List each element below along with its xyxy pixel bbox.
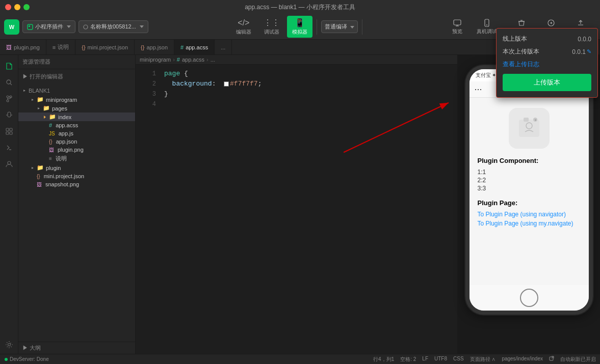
- phone-bottom-bar: [469, 285, 589, 311]
- code-line-3: 3 }: [136, 89, 457, 99]
- tab-app-json[interactable]: {} app.json: [135, 40, 174, 54]
- page-route-label[interactable]: 页面路径 ∧: [470, 356, 496, 363]
- plugin-page-label: Plugin Page:: [478, 199, 581, 207]
- breadcrumb: miniprogram › # app.acss › ...: [136, 55, 457, 65]
- tree-index[interactable]: 📁 index: [18, 113, 135, 121]
- tree-mini-project-json[interactable]: {} mini.project.json: [18, 172, 135, 180]
- tree-pages[interactable]: 📁 pages: [18, 104, 135, 113]
- outline-section[interactable]: ▶ 大纲: [18, 342, 135, 354]
- editor-btn[interactable]: </> 编辑器: [231, 16, 256, 38]
- iconbar-files[interactable]: [2, 59, 16, 73]
- svg-rect-5: [454, 20, 461, 25]
- open-editors-section: ▶ 打开的编辑器: [18, 69, 135, 84]
- svg-point-4: [84, 25, 88, 29]
- project-name[interactable]: BLANK1: [18, 86, 135, 95]
- svg-point-17: [7, 96, 9, 98]
- svg-rect-25: [10, 132, 12, 134]
- acss-file-icon: #: [49, 122, 52, 128]
- phone-content[interactable]: ✦ Plugin Component: 1:1 2:2 3:3 Plugin P…: [469, 98, 589, 285]
- maximize-button[interactable]: [23, 4, 30, 10]
- svg-point-27: [8, 344, 10, 346]
- index-folder-icon: 📁: [49, 114, 56, 120]
- simulator-icon: 📱: [295, 18, 305, 27]
- preview-btn[interactable]: 预览: [447, 17, 467, 37]
- realdevice-icon: [483, 19, 491, 27]
- sidebar: 资源管理器 ▶ 打开的编辑器 BLANK1 📁 miniprogram 📁 pa…: [18, 55, 136, 354]
- compile-caret: [350, 26, 354, 29]
- tab-plugin-png[interactable]: 🖼 plugin.png: [0, 40, 46, 54]
- iconbar-debug[interactable]: [2, 108, 16, 122]
- iconbar-settings[interactable]: [2, 340, 16, 354]
- upload-icon: [577, 19, 585, 27]
- cursor-position: 行4，列1: [373, 356, 394, 363]
- project-section: BLANK1 📁 miniprogram 📁 pages 📁 index # a…: [18, 84, 135, 190]
- popup-upload-button[interactable]: 上传版本: [503, 74, 591, 91]
- json-file-icon: {}: [49, 139, 53, 145]
- tree-miniprogram[interactable]: 📁 miniprogram: [18, 95, 135, 104]
- phone-mockup: 支付宝 ✦ ··· My App ✕ ✦: [465, 65, 593, 315]
- minimize-button[interactable]: [14, 4, 20, 10]
- tab-more[interactable]: ...: [215, 40, 232, 54]
- phone-home-button[interactable]: [520, 289, 538, 307]
- devserver-status: DevServer: Done: [4, 356, 49, 362]
- iconbar-user[interactable]: [2, 157, 16, 171]
- tree-plugin[interactable]: 📁 plugin: [18, 163, 135, 172]
- plugin-nav-link[interactable]: To Plugin Page (using navigator): [478, 211, 581, 218]
- editor-icon: </>: [238, 18, 249, 27]
- iconbar-compile[interactable]: [2, 141, 16, 155]
- code-line-1: 1 page {: [136, 69, 457, 79]
- sidebar-header: 资源管理器: [18, 55, 135, 69]
- debugger-btn[interactable]: ⋮⋮ 调试器: [258, 16, 285, 38]
- iconbar-git[interactable]: [2, 92, 16, 106]
- encoding: UTF8: [434, 356, 447, 363]
- toolbar-center: </> 编辑器 ⋮⋮ 调试器 📱 模拟器 普通编译: [149, 16, 446, 38]
- svg-point-19: [7, 100, 9, 102]
- plugin-mynavigate-link[interactable]: To Plugin Page (using my.navigate): [478, 220, 581, 227]
- svg-rect-24: [6, 132, 9, 134]
- plugin-selector[interactable]: 小程序插件: [22, 20, 75, 33]
- view-log-link[interactable]: 查看上传日志: [503, 60, 591, 69]
- tab-readme[interactable]: ≡ 说明: [46, 40, 75, 54]
- auto-refresh: 自动刷新已开启: [560, 356, 596, 363]
- tab-app-acss[interactable]: # app.acss: [174, 40, 215, 54]
- compile-select[interactable]: 普通编译: [321, 20, 358, 33]
- svg-rect-22: [6, 128, 9, 131]
- devserver-icon: [4, 357, 8, 361]
- nav-back-icon[interactable]: ···: [475, 84, 482, 95]
- window-title: app.acss — blank1 — 小程序开发者工具: [245, 3, 355, 12]
- plugin-caret: [31, 166, 35, 170]
- color-swatch: [224, 81, 229, 87]
- tree-plugin-png[interactable]: 🖼 plugin.png: [18, 146, 135, 154]
- editor-content[interactable]: 1 page { 2 background: #f7f7f7; 3 } 4: [136, 65, 457, 354]
- tab-mini-project-json[interactable]: {} mini.project.json: [75, 40, 135, 54]
- tree-readme[interactable]: ≡ 说明: [18, 154, 135, 163]
- svg-rect-28: [519, 120, 539, 137]
- tree-app-acss[interactable]: # app.acss: [18, 121, 135, 129]
- uploaded-version-row: 本次上传版本 0.0.1 ✎: [503, 47, 591, 56]
- simulator-btn[interactable]: 📱 模拟器: [287, 16, 312, 38]
- traffic-lights: [5, 4, 30, 10]
- code-line-2: 2 background: #f7f7f7;: [136, 79, 457, 89]
- language: CSS: [453, 356, 464, 363]
- list-item-2: 2:2: [478, 177, 581, 184]
- svg-line-16: [10, 83, 12, 85]
- close-button[interactable]: [5, 4, 11, 10]
- svg-text:✦: ✦: [550, 21, 553, 25]
- plugin-component-label: Plugin Component:: [478, 157, 581, 164]
- svg-point-9: [486, 24, 487, 25]
- svg-point-35: [5, 358, 8, 361]
- tree-app-js[interactable]: JS app.js: [18, 129, 135, 137]
- version-popup: 线上版本 0.0.0 本次上传版本 0.0.1 ✎ 查看上传日志 上传版本: [496, 28, 598, 98]
- project-selector[interactable]: 名称释放005812...: [79, 20, 148, 33]
- editor-area: miniprogram › # app.acss › ... 1 page { …: [136, 55, 457, 354]
- statusbar: DevServer: Done 行4，列1 空格: 2 LF UTF8 CSS …: [0, 354, 600, 364]
- iconbar-search[interactable]: [2, 75, 16, 90]
- tree-app-json[interactable]: {} app.json: [18, 137, 135, 146]
- open-editors-toggle[interactable]: ▶ 打开的编辑器: [18, 71, 135, 82]
- iconbar-extensions[interactable]: [2, 124, 16, 138]
- svg-text:✦: ✦: [534, 119, 536, 122]
- md-file-icon: ≡: [49, 156, 52, 161]
- uploaded-version-value[interactable]: 0.0.1 ✎: [572, 48, 591, 55]
- statusbar-right: 行4，列1 空格: 2 LF UTF8 CSS 页面路径 ∧ pages/ind…: [373, 356, 596, 363]
- tree-snapshot-png[interactable]: 🖼 snapshot.png: [18, 180, 135, 188]
